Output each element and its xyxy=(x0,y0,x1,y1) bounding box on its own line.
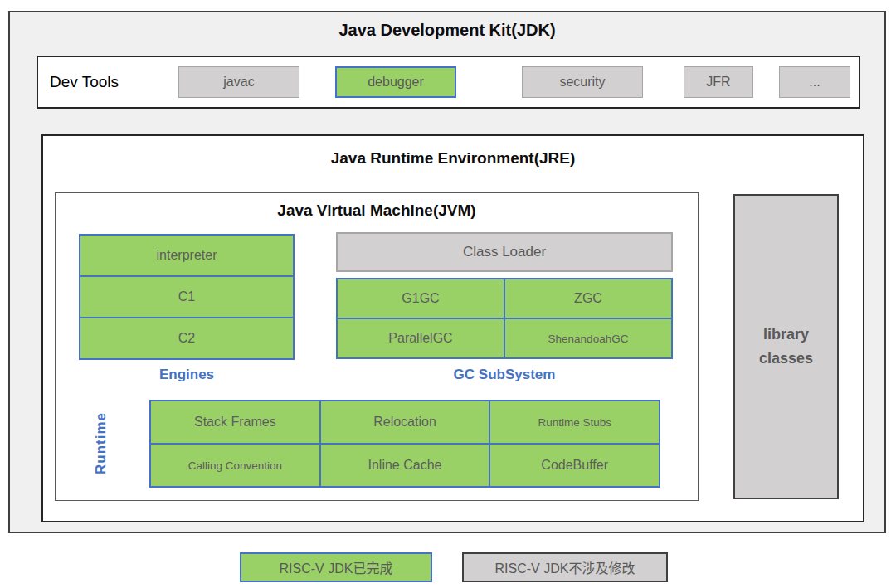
legend-completed: RISC-V JDK已完成 xyxy=(240,552,432,582)
gc-section-label: GC SubSystem xyxy=(336,365,673,385)
tool-security: security xyxy=(522,66,643,98)
jre-title: Java Runtime Environment(JRE) xyxy=(43,149,863,168)
runtime-calling-convention: Calling Convention xyxy=(151,445,319,486)
runtime-relocation: Relocation xyxy=(321,401,489,443)
gc-subsystem-grid: G1GC ZGC ParallelGC ShenandoahGC xyxy=(336,278,673,359)
tool-ellipsis: ... xyxy=(779,66,850,98)
jvm-title: Java Virtual Machine(JVM) xyxy=(56,202,698,220)
jdk-title: Java Development Kit(JDK) xyxy=(10,21,884,40)
runtime-stack-frames: Stack Frames xyxy=(151,401,319,443)
gc-g1gc: G1GC xyxy=(338,279,504,318)
runtime-codebuffer: CodeBuffer xyxy=(490,445,659,486)
library-classes-box: library classes xyxy=(733,194,839,499)
runtime-inline-cache: Inline Cache xyxy=(321,445,489,486)
tool-jfr: JFR xyxy=(684,66,753,98)
engine-c1: C1 xyxy=(80,277,293,317)
jvm-container: Java Virtual Machine(JVM) interpreter C1… xyxy=(55,192,699,501)
runtime-runtime-stubs: Runtime Stubs xyxy=(490,401,659,443)
dev-tools-bar: Dev Tools javac debugger security JFR ..… xyxy=(37,56,860,109)
runtime-section-label: Runtime xyxy=(89,400,114,488)
runtime-grid: Stack Frames Relocation Runtime Stubs Ca… xyxy=(149,400,660,488)
dev-tools-label: Dev Tools xyxy=(50,57,119,107)
gc-parallelgc: ParallelGC xyxy=(338,319,504,357)
jdk-container: Java Development Kit(JDK) Dev Tools java… xyxy=(8,11,886,533)
engine-c2: C2 xyxy=(80,318,293,358)
gc-zgc: ZGC xyxy=(505,279,671,318)
jdk-architecture-diagram: Java Development Kit(JDK) Dev Tools java… xyxy=(0,0,896,588)
class-loader-box: Class Loader xyxy=(336,232,673,272)
engines-section-label: Engines xyxy=(79,365,295,385)
legend-not-modified: RISC-V JDK不涉及修改 xyxy=(462,552,668,582)
jre-container: Java Runtime Environment(JRE) Java Virtu… xyxy=(41,134,864,522)
engines-stack: interpreter C1 C2 xyxy=(79,234,295,360)
gc-shenandoahgc: ShenandoahGC xyxy=(505,319,671,357)
engine-interpreter: interpreter xyxy=(80,236,293,275)
tool-javac: javac xyxy=(178,66,299,98)
tool-debugger: debugger xyxy=(335,66,456,98)
